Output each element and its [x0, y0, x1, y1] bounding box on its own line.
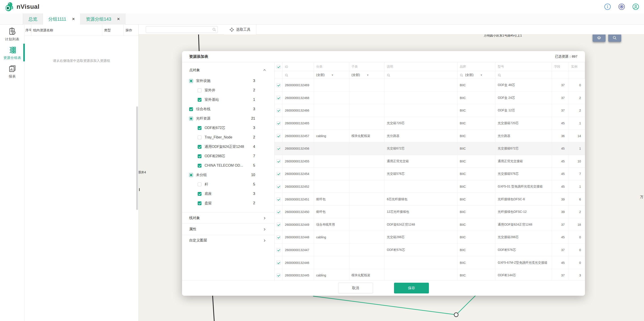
close-icon[interactable]: ×	[117, 17, 120, 22]
tree-checkbox[interactable]	[198, 126, 202, 130]
tree-section[interactable]: 自定义图层	[182, 235, 274, 246]
save-button[interactable]: 保存	[394, 283, 429, 293]
tree-item[interactable]: 室外基站 1	[182, 95, 274, 104]
table-row[interactable]: 26000000132447 ODF柜576芯 BIIC ODF柜576芯 37…	[274, 244, 585, 256]
tree-item[interactable]: ODF柜288芯 7	[182, 151, 274, 161]
row-checkbox[interactable]	[276, 273, 280, 277]
panel-scrollbar[interactable]	[136, 106, 138, 210]
tree-checkbox[interactable]	[189, 117, 193, 120]
tree-checkbox[interactable]	[198, 98, 202, 102]
column-filter[interactable]: (全部) ▼	[458, 71, 496, 79]
select-tool-button[interactable]: 选取工具	[224, 25, 256, 35]
filter-select[interactable]: (全部) ▼	[352, 73, 369, 77]
table-row[interactable]: 26000000132451 熔纤包 6芯光纤接续包 BIIC 光纤接续包OFS…	[274, 193, 585, 206]
tree-item[interactable]: 未分组 10	[182, 170, 274, 180]
column-filter[interactable]	[552, 71, 569, 79]
table-row[interactable]: 26000000132452 BIIC GXF5-01 型免跳纤光缆光交接箱 4…	[274, 180, 585, 193]
user-icon[interactable]	[632, 3, 639, 10]
table-row[interactable]: 26000000132450 熔纤包 12芯光纤接续包 BIIC 光纤接续包OF…	[274, 206, 585, 218]
sidebar-item[interactable]: 报表	[0, 62, 24, 80]
tree-item[interactable]: Tray_Fiber_Node 2	[182, 133, 274, 142]
tree-item[interactable]: 底座 3	[182, 189, 274, 199]
row-checkbox[interactable]	[276, 223, 280, 226]
tree-checkbox[interactable]	[198, 154, 202, 158]
tree-checkbox[interactable]	[198, 135, 202, 139]
cell-subcategory	[349, 79, 384, 92]
table-row[interactable]: 26000000132469 BIIC ODF盒 48芯 37 0	[274, 79, 585, 92]
cell-brand: BIIC	[458, 79, 496, 92]
apps-icon[interactable]	[618, 3, 625, 10]
table-row[interactable]: 26000000132466 BIIC ODF盒 12芯 37 2	[274, 104, 585, 117]
tree-item[interactable]: ODF柜672芯 3	[182, 123, 274, 133]
column-filter[interactable]	[569, 71, 585, 79]
row-checkbox[interactable]	[276, 96, 280, 100]
tree-checkbox[interactable]	[198, 164, 202, 168]
row-checkbox[interactable]	[276, 261, 280, 265]
table-row[interactable]: 26000000132446 BIIC GXF5-67M-Z型免跳纤光缆光交接箱…	[274, 256, 585, 269]
tree-checkbox[interactable]	[189, 79, 193, 83]
canvas-toolbar: 选取工具	[139, 25, 644, 35]
sidebar-item[interactable]: 资源分组表	[0, 43, 24, 62]
column-filter[interactable]: (全部) ▼	[314, 71, 349, 79]
tree-checkbox[interactable]	[198, 145, 202, 149]
filter-select[interactable]: (全部) ▼	[316, 73, 334, 77]
table-row[interactable]: 26000000132449 综合布线常用 ODF架624正背1248 BIIC…	[274, 218, 585, 231]
sidebar-item[interactable]: 计划列表	[0, 25, 24, 43]
select-all-checkbox[interactable]	[276, 65, 280, 69]
filter-select[interactable]: (全部) ▼	[465, 73, 482, 77]
tree-checkbox[interactable]	[189, 173, 193, 177]
tab[interactable]: 分组1111 ×	[43, 14, 80, 25]
table-row[interactable]: 26000000132455 通用正背光交箱 BIIC 通用正背光交接箱 45 …	[274, 155, 585, 168]
column-filter[interactable]	[496, 71, 552, 79]
row-checkbox[interactable]	[276, 210, 280, 214]
tree-item[interactable]: 盘留 2	[182, 199, 274, 208]
tree-section[interactable]: 属性	[182, 224, 274, 235]
row-checkbox[interactable]	[276, 235, 280, 239]
cell-model: 光纤接续包OFSC-12	[496, 206, 552, 218]
tree-item[interactable]: 综合布线 3	[182, 104, 274, 114]
tree-checkbox[interactable]	[198, 88, 202, 92]
row-checkbox[interactable]	[276, 159, 280, 163]
tree-checkbox[interactable]	[189, 107, 193, 111]
tree-checkbox[interactable]	[198, 183, 202, 186]
row-checkbox[interactable]	[276, 83, 280, 87]
cell-id: 26000000132454	[283, 168, 314, 180]
map-zoom-button[interactable]	[608, 34, 621, 42]
row-checkbox[interactable]	[276, 197, 280, 201]
layers-button[interactable]	[592, 34, 606, 42]
tree-checkbox[interactable]	[198, 201, 202, 205]
table-row[interactable]: 26000000132454 光交箱576芯 BIIC 光交接箱576芯 45 …	[274, 168, 585, 180]
tree-checkbox[interactable]	[198, 192, 202, 196]
tree-item[interactable]: 室外井 2	[182, 86, 274, 95]
row-checkbox[interactable]	[276, 109, 280, 112]
info-icon[interactable]	[604, 3, 611, 10]
tree-section[interactable]: 线对象	[182, 212, 274, 224]
table-row[interactable]: 26000000132445 cabling 模块化配线架 BIIC ODF柜1…	[274, 269, 585, 280]
row-checkbox[interactable]	[276, 121, 280, 125]
row-checkbox[interactable]	[276, 172, 280, 176]
tree-item[interactable]: 室外设施 3	[182, 76, 274, 86]
tree-item[interactable]: 通用ODF架624正背1248 4	[182, 142, 274, 151]
row-checkbox[interactable]	[276, 134, 280, 138]
row-checkbox[interactable]	[276, 248, 280, 252]
tree-item[interactable]: CHINA TELECOM OD... 5	[182, 161, 274, 170]
column-filter[interactable]	[384, 71, 458, 79]
table-row[interactable]: 26000000132448 cabling 光交箱288芯 BIIC 光交接箱…	[274, 231, 585, 244]
table-row[interactable]: 26000000132468 BIIC ODF盒 24芯 37 2	[274, 92, 585, 104]
table-row[interactable]: 26000000132456 光交箱672芯 BIIC 光交接箱672芯 45 …	[274, 142, 585, 155]
search-input[interactable]	[148, 27, 211, 33]
row-checkbox[interactable]	[276, 147, 280, 150]
table-row[interactable]: 26000000132457 cabling 模块化配线架 光分路器 BIIC …	[274, 129, 585, 142]
tree-item[interactable]: 光纤资源 21	[182, 114, 274, 123]
cell-subcategory	[349, 244, 384, 256]
row-checkbox[interactable]	[276, 185, 280, 189]
tree-item[interactable]: 杆 5	[182, 180, 274, 189]
cancel-button[interactable]: 取消	[338, 283, 373, 293]
column-filter[interactable]	[283, 71, 314, 79]
column-filter[interactable]: (全部) ▼	[349, 71, 384, 79]
tab[interactable]: 总览	[23, 14, 43, 25]
table-row[interactable]: 26000000132465 光交箱720芯 BIIC 光交接箱720芯 45 …	[274, 117, 585, 130]
close-icon[interactable]: ×	[72, 17, 75, 22]
tree-section-point-objects[interactable]: 点对象	[182, 64, 274, 76]
tab[interactable]: 资源分组143 ×	[80, 14, 126, 25]
